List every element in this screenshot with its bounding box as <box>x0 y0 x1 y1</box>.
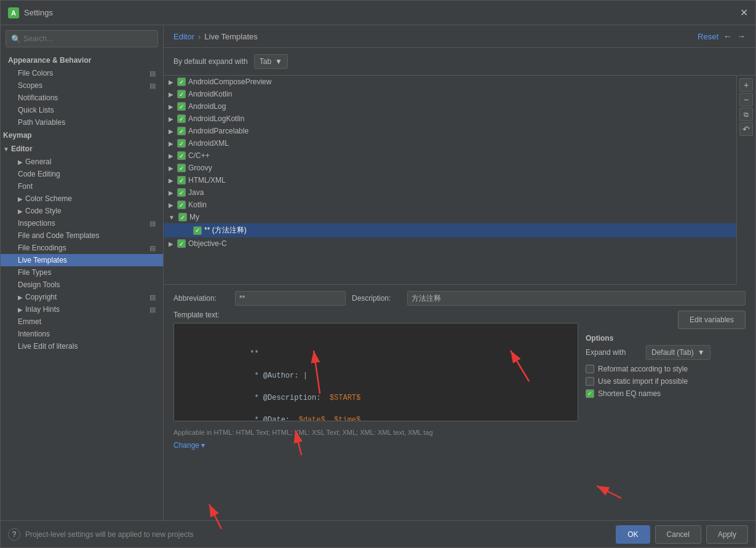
sidebar-item-label: General <box>25 157 52 166</box>
sidebar-item-code-editing[interactable]: Code Editing <box>1 168 163 180</box>
list-item[interactable]: ▶ ✓ AndroidXML <box>164 137 736 149</box>
list-item[interactable]: ▶ ✓ AndroidLog <box>164 100 736 113</box>
sidebar-item-intentions[interactable]: Intentions <box>1 328 163 340</box>
copy-button[interactable]: ⧉ <box>739 108 753 121</box>
list-item[interactable]: ▶ ✓ HTML/XML <box>164 174 736 186</box>
list-item[interactable]: ▶ ✓ C/C++ <box>164 149 736 162</box>
group-label: Kotlin <box>188 201 207 209</box>
checkbox[interactable]: ✓ <box>177 114 186 123</box>
expand-with-dropdown[interactable]: Default (Tab) ▼ <box>646 345 710 360</box>
list-item[interactable]: ▶ ✓ AndroidKotlin <box>164 88 736 100</box>
description-input[interactable] <box>407 291 746 306</box>
reformat-checkbox[interactable] <box>586 365 594 373</box>
sidebar-item-file-colors[interactable]: File Colors ▤ <box>1 67 163 79</box>
search-input[interactable] <box>23 34 153 43</box>
template-text-editor[interactable]: ** * @Author: | * @Description: $START$ … <box>173 323 578 421</box>
sidebar-item-color-scheme[interactable]: ▶ Color Scheme <box>1 193 163 205</box>
sidebar-item-inlay-hints[interactable]: ▶ Inlay Hints ▤ <box>1 303 163 316</box>
checkbox[interactable]: ✓ <box>177 90 186 98</box>
sidebar-item-label: Scopes <box>18 81 42 90</box>
sidebar-item-copyright[interactable]: ▶ Copyright ▤ <box>1 291 163 303</box>
checkbox[interactable]: ✓ <box>177 139 186 148</box>
sidebar-item-label: Editor <box>11 145 33 153</box>
add-button[interactable]: + <box>739 78 753 92</box>
sidebar-item-quick-lists[interactable]: Quick Lists <box>1 104 163 116</box>
edit-variables-button[interactable]: Edit variables <box>678 311 746 329</box>
sidebar-item-file-types[interactable]: File Types <box>1 266 163 279</box>
apply-button[interactable]: Apply <box>706 525 748 544</box>
sidebar-item-general[interactable]: ▶ General <box>1 156 163 168</box>
checkbox[interactable]: ✓ <box>177 239 186 248</box>
checkbox[interactable]: ✓ <box>178 213 187 221</box>
cancel-button[interactable]: Cancel <box>655 525 701 544</box>
sidebar: 🔍 Appearance & Behavior File Colors ▤ Sc… <box>1 25 164 520</box>
shorten-eq-checkbox[interactable]: ✓ <box>586 389 594 398</box>
checkbox[interactable]: ✓ <box>177 102 186 111</box>
static-import-checkbox[interactable] <box>586 377 594 386</box>
bottom-area: Abbreviation: Description: Template text… <box>164 285 755 520</box>
checkbox[interactable]: ✓ <box>193 226 202 235</box>
page-icon: ▤ <box>149 82 156 90</box>
list-item[interactable]: ▶ ✓ AndroidParcelable <box>164 125 736 137</box>
search-box[interactable]: 🔍 <box>6 30 158 47</box>
list-item[interactable]: ▶ ✓ AndroidComposePreview <box>164 76 736 88</box>
sidebar-item-editor[interactable]: ▼ Editor <box>1 142 163 156</box>
sidebar-item-notifications[interactable]: Notifications <box>1 92 163 104</box>
close-button[interactable]: ✕ <box>740 7 748 18</box>
chevron-right-icon: ▶ <box>169 240 173 247</box>
group-label: Objective-C <box>188 239 227 248</box>
checkbox[interactable]: ✓ <box>177 188 186 197</box>
sidebar-item-keymap[interactable]: Keymap <box>1 129 163 142</box>
checkbox[interactable]: ✓ <box>177 201 186 209</box>
breadcrumb-actions: Reset ← → <box>698 31 746 41</box>
list-item[interactable]: ▶ ✓ Kotlin <box>164 199 736 211</box>
chevron-right-icon: ▶ <box>169 177 173 184</box>
nav-back-button[interactable]: ← <box>723 31 732 41</box>
sidebar-section-appearance[interactable]: Appearance & Behavior <box>1 52 163 67</box>
help-button[interactable]: ? <box>8 528 20 541</box>
sidebar-item-file-encodings[interactable]: File Encodings ▤ <box>1 242 163 254</box>
list-item[interactable]: ▼ ✓ My <box>164 211 736 223</box>
restore-button[interactable]: ↶ <box>739 122 753 136</box>
checkbox[interactable]: ✓ <box>177 127 186 135</box>
remove-button[interactable]: − <box>739 93 753 106</box>
abbreviation-input[interactable] <box>235 291 346 306</box>
sidebar-item-inspections[interactable]: Inspections ▤ <box>1 217 163 229</box>
change-link[interactable]: Change ▾ <box>173 441 205 450</box>
sidebar-item-scopes[interactable]: Scopes ▤ <box>1 79 163 92</box>
list-item[interactable]: ▶ ✓ Objective-C <box>164 237 736 250</box>
checkbox[interactable]: ✓ <box>177 151 186 160</box>
shorten-eq-label: Shorten EQ names <box>598 389 661 398</box>
chevron-right-icon: ▶ <box>169 153 173 159</box>
ok-button[interactable]: OK <box>616 525 650 544</box>
expand-dropdown[interactable]: Tab ▼ <box>254 54 288 69</box>
list-item[interactable]: ✓ ** (方法注释) <box>164 223 736 237</box>
abbreviation-row: Abbreviation: Description: <box>173 291 746 306</box>
sidebar-item-emmet[interactable]: Emmet <box>1 316 163 328</box>
chevron-down-icon: ▼ <box>3 146 9 153</box>
chevron-right-icon: ▶ <box>18 294 23 301</box>
list-item[interactable]: ▶ ✓ Java <box>164 186 736 199</box>
sidebar-item-font[interactable]: Font <box>1 180 163 193</box>
breadcrumb-editor[interactable]: Editor <box>173 32 194 41</box>
sidebar-item-live-edit[interactable]: Live Edit of literals <box>1 340 163 352</box>
nav-forward-button[interactable]: → <box>737 31 746 41</box>
footer-left: ? Project-level settings will be applied… <box>8 528 193 541</box>
list-item[interactable]: ▶ ✓ AndroidLogKotlin <box>164 113 736 125</box>
chevron-right-icon: ▶ <box>169 128 173 135</box>
reset-button[interactable]: Reset <box>698 32 718 41</box>
sidebar-item-design-tools[interactable]: Design Tools <box>1 279 163 291</box>
sidebar-item-file-code-templates[interactable]: File and Code Templates <box>1 229 163 242</box>
sidebar-item-live-templates[interactable]: Live Templates <box>1 254 163 266</box>
sidebar-item-path-variables[interactable]: Path Variables <box>1 116 163 129</box>
sidebar-item-label: Code Style <box>25 207 62 215</box>
sidebar-item-label: Inspections <box>18 219 55 228</box>
list-item[interactable]: ▶ ✓ Groovy <box>164 162 736 174</box>
checkbox[interactable]: ✓ <box>177 77 186 86</box>
page-icon: ▤ <box>149 220 156 228</box>
sidebar-item-code-style[interactable]: ▶ Code Style <box>1 205 163 217</box>
sidebar-item-label: File and Code Templates <box>18 231 100 240</box>
sidebar-item-label: Intentions <box>18 330 50 338</box>
checkbox[interactable]: ✓ <box>177 164 186 172</box>
checkbox[interactable]: ✓ <box>177 176 186 185</box>
